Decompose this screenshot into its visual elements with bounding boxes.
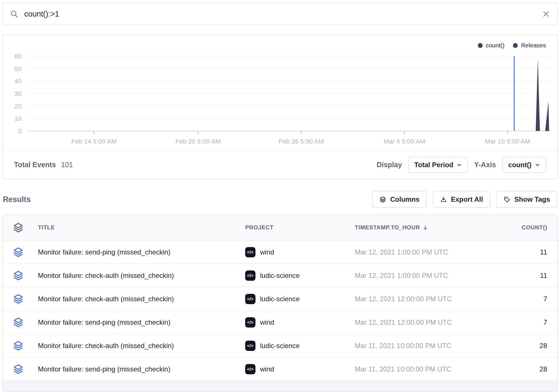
export-all-button[interactable]: Export All [433, 191, 490, 208]
row-project: </> wind [245, 317, 348, 328]
row-title[interactable]: Monitor failure: send-ping (missed_check… [38, 248, 238, 256]
results-table: TITLE PROJECT TIMESTAMP.TO_HOUR COUNT() … [2, 215, 558, 392]
event-stack-icon[interactable] [13, 363, 24, 375]
row-project: </> wind [245, 364, 348, 374]
project-name: ludic-science [260, 295, 300, 303]
svg-text:40: 40 [14, 78, 21, 85]
svg-text:Feb 26 5:00 AM: Feb 26 5:00 AM [279, 138, 324, 145]
row-project: </> wind [245, 247, 348, 257]
event-stack-icon[interactable] [13, 293, 24, 305]
chart-panel: count() Releases 0102030405060Feb 14 5:0… [2, 35, 558, 179]
svg-text:50: 50 [14, 65, 21, 72]
search-bar[interactable] [2, 3, 558, 25]
tag-icon [503, 196, 510, 203]
project-name: wind [260, 318, 274, 326]
row-timestamp: Mar 11, 2021 10:00:00 PM UTC [355, 342, 509, 350]
y-axis-dropdown-value: count() [508, 161, 531, 169]
sort-desc-icon [422, 225, 428, 231]
project-platform-icon: </> [245, 364, 255, 374]
display-label: Display [376, 161, 402, 169]
legend-label: Releases [521, 42, 546, 49]
search-input[interactable] [24, 10, 536, 19]
total-events-label: Total Events [14, 161, 56, 169]
row-count: 11 [516, 248, 547, 256]
row-timestamp: Mar 12, 2021 1:00:00 PM UTC [355, 248, 509, 256]
export-all-button-label: Export All [451, 195, 483, 203]
total-events-value: 101 [61, 161, 73, 169]
table-header: TITLE PROJECT TIMESTAMP.TO_HOUR COUNT() [3, 215, 557, 241]
discover-page: count() Releases 0102030405060Feb 14 5:0… [0, 0, 560, 392]
table-footer [3, 381, 557, 392]
row-project: </> ludic-science [245, 270, 348, 281]
legend-item-releases[interactable]: Releases [513, 42, 546, 49]
table-row: Monitor failure: check-auth (missed_chec… [3, 264, 557, 287]
project-name: ludic-science [260, 342, 300, 350]
row-project: </> ludic-science [245, 341, 348, 351]
column-header-stack[interactable] [13, 222, 31, 233]
event-stack-icon[interactable] [13, 246, 24, 258]
event-stack-icon[interactable] [13, 270, 24, 281]
row-timestamp: Mar 12, 2021 1:00:00 PM UTC [355, 272, 509, 280]
results-header-row: Results Columns Export All Show Tags [2, 191, 558, 208]
legend-item-count[interactable]: count() [478, 42, 504, 49]
row-count: 11 [516, 272, 547, 280]
legend-dot-icon [478, 43, 483, 48]
event-stack-icon[interactable] [13, 317, 24, 328]
download-icon [440, 196, 447, 203]
stack-icon [13, 222, 24, 233]
column-header-timestamp[interactable]: TIMESTAMP.TO_HOUR [355, 224, 509, 231]
column-header-count[interactable]: COUNT() [516, 224, 547, 231]
table-row: Monitor failure: check-auth (missed_chec… [3, 287, 557, 311]
row-timestamp: Mar 12, 2021 12:00:00 PM UTC [355, 318, 509, 326]
chart-legend: count() Releases [478, 42, 546, 49]
column-header-title[interactable]: TITLE [38, 224, 238, 231]
row-timestamp: Mar 12, 2021 12:00:00 PM UTC [355, 295, 509, 303]
table-row: Monitor failure: send-ping (missed_check… [3, 311, 557, 334]
legend-dot-icon [513, 43, 518, 48]
chevron-down-icon [457, 162, 462, 167]
row-title[interactable]: Monitor failure: check-auth (missed_chec… [38, 342, 238, 350]
events-chart: 0102030405060Feb 14 5:00 AMFeb 20 5:00 A… [3, 45, 557, 150]
columns-button[interactable]: Columns [372, 191, 427, 208]
y-axis-label: Y-Axis [474, 161, 496, 169]
row-title[interactable]: Monitor failure: send-ping (missed_check… [38, 318, 238, 326]
results-heading: Results [3, 195, 31, 204]
project-platform-icon: </> [245, 341, 255, 351]
project-platform-icon: </> [245, 317, 255, 328]
svg-text:30: 30 [14, 90, 21, 97]
svg-text:Mar 10 5:00 AM: Mar 10 5:00 AM [485, 138, 530, 145]
table-row: Monitor failure: send-ping (missed_check… [3, 241, 557, 264]
project-name: wind [260, 248, 274, 256]
display-dropdown-value: Total Period [414, 161, 453, 169]
row-title[interactable]: Monitor failure: check-auth (missed_chec… [38, 295, 238, 303]
row-title[interactable]: Monitor failure: check-auth (missed_chec… [38, 272, 238, 280]
project-name: ludic-science [260, 272, 300, 280]
y-axis-dropdown[interactable]: count() [502, 157, 546, 173]
row-count: 7 [516, 318, 547, 326]
row-count: 28 [516, 365, 547, 373]
table-body: Monitor failure: send-ping (missed_check… [3, 241, 557, 381]
svg-text:60: 60 [14, 53, 21, 60]
table-row: Monitor failure: check-auth (missed_chec… [3, 334, 557, 357]
display-dropdown[interactable]: Total Period [408, 157, 468, 173]
project-platform-icon: </> [245, 247, 255, 257]
columns-button-label: Columns [390, 195, 420, 203]
column-header-project[interactable]: PROJECT [245, 224, 348, 231]
chart-footer: Total Events 101 Display Total Period Y-… [3, 150, 557, 179]
row-timestamp: Mar 11, 2021 10:00:00 PM UTC [355, 365, 509, 373]
row-title[interactable]: Monitor failure: send-ping (missed_check… [38, 365, 238, 373]
svg-text:20: 20 [14, 103, 21, 110]
chevron-down-icon [535, 162, 540, 167]
event-stack-icon[interactable] [13, 340, 24, 351]
svg-text:Mar 4 5:00 AM: Mar 4 5:00 AM [384, 138, 425, 145]
show-tags-button[interactable]: Show Tags [496, 191, 557, 208]
clear-search-icon[interactable] [542, 10, 550, 18]
show-tags-button-label: Show Tags [514, 195, 550, 203]
project-platform-icon: </> [245, 270, 255, 281]
search-icon [10, 10, 19, 18]
svg-text:10: 10 [14, 115, 21, 122]
svg-text:Feb 14 5:00 AM: Feb 14 5:00 AM [71, 138, 117, 145]
legend-label: count() [486, 42, 504, 49]
row-project: </> ludic-science [245, 294, 348, 304]
stack-icon [379, 196, 386, 203]
